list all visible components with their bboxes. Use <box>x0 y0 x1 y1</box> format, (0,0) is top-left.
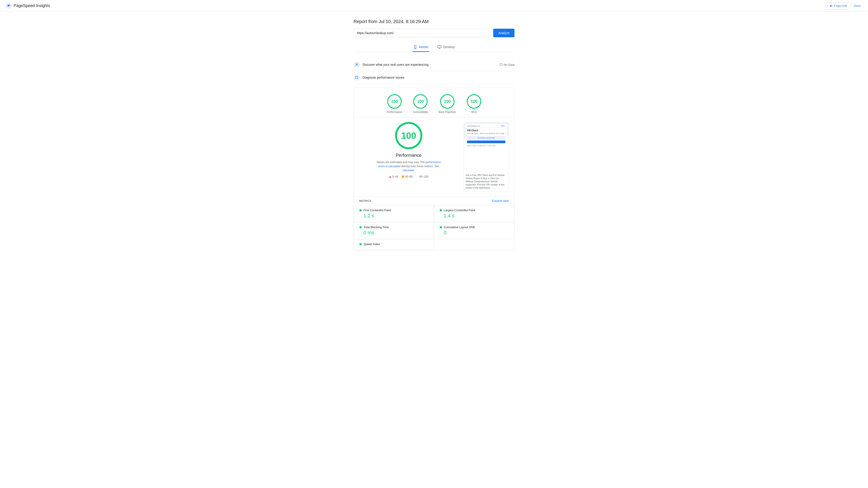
mobile-icon <box>413 45 417 49</box>
score-item-best-practices: 100 Best Practices <box>439 94 456 113</box>
score-circle-best-practices: 100 <box>440 94 455 109</box>
metric-tbt-dot <box>360 226 362 228</box>
tab-mobile[interactable]: Mobile <box>412 43 429 52</box>
score-circles: 100 Performance 100 Accessibility 100 Be… <box>354 88 514 117</box>
device-tabs: Mobile Desktop <box>353 43 515 52</box>
header-actions: Copy Link Docs <box>826 2 863 9</box>
real-users-section: Discover what your real users are experi… <box>353 58 515 71</box>
screenshot-card: autovinlookup.com Retry VIN Check Free V… <box>464 122 509 192</box>
fail-icon <box>389 176 391 178</box>
score-label-performance: Performance <box>387 110 402 113</box>
score-label-best-practices: Best Practices <box>439 110 456 113</box>
average-icon <box>402 175 404 178</box>
copy-link-button[interactable]: Copy Link <box>826 2 850 9</box>
report-title: Report from Jul 10, 2024, 8:16:29 AM <box>353 19 515 24</box>
big-score-circle: 100 <box>395 122 422 149</box>
desktop-icon <box>437 45 441 49</box>
svg-point-3 <box>415 48 415 48</box>
metric-si: Speed Index <box>354 239 434 250</box>
performance-title: Performance <box>396 153 422 158</box>
svg-point-5 <box>356 64 357 65</box>
docs-label: Docs <box>854 4 861 7</box>
mockup-button: Retry <box>500 125 505 127</box>
good-icon <box>416 175 418 178</box>
metric-fcp-name: First Contentful Paint <box>360 208 428 212</box>
mockup-title: VIN Check <box>467 129 505 132</box>
score-item-performance: 100 Performance <box>387 94 402 113</box>
expand-view-button[interactable]: Expand view <box>492 199 509 202</box>
score-circle-seo: 100 <box>467 94 481 109</box>
link-icon <box>829 4 833 8</box>
performance-right: autovinlookup.com Retry VIN Check Free V… <box>464 122 509 192</box>
score-circle-performance: 100 <box>387 94 402 109</box>
svg-point-1 <box>8 5 9 6</box>
performance-description: Values are estimated and may vary. The p… <box>375 160 442 172</box>
score-item-seo: 100 SEO <box>467 94 481 113</box>
mockup-header: autovinlookup.com Retry <box>466 124 507 128</box>
no-data-label: No Data <box>504 63 515 66</box>
metric-cls-name: Cumulative Layout Shift <box>440 225 508 229</box>
metric-lcp-name: Largest Contentful Paint <box>440 208 508 212</box>
no-data-badge: No Data <box>500 63 515 66</box>
metric-lcp-dot <box>440 209 442 212</box>
score-label-seo: SEO <box>471 110 477 113</box>
metric-cls: Cumulative Layout Shift 0 <box>434 222 514 239</box>
score-item-accessibility: 100 Accessibility <box>413 94 428 113</box>
main-content: Report from Jul 10, 2024, 8:16:29 AM Ana… <box>348 12 520 258</box>
url-input[interactable] <box>353 29 491 37</box>
score-circle-accessibility: 100 <box>413 94 428 109</box>
metric-fcp-dot <box>360 209 362 212</box>
url-bar: Analyze <box>353 29 515 37</box>
mockup-tabs: Window Sticker Sample Report License Pla… <box>467 145 505 147</box>
metric-tbt-name: Total Blocking Time <box>360 225 428 229</box>
analyze-button[interactable]: Analyze <box>493 29 515 37</box>
real-users-label: Discover what your real users are experi… <box>363 63 429 66</box>
svg-rect-4 <box>438 45 441 48</box>
tab-desktop-label: Desktop <box>443 45 455 49</box>
performance-area: 100 Performance Values are estimated and… <box>354 118 514 196</box>
mockup-subtitle: Free VIN Check - Search any Vehicle by V… <box>467 133 505 134</box>
legend-fail: 0–49 <box>389 175 398 178</box>
real-users-icon <box>353 61 360 68</box>
app-header: PageSpeed Insights Copy Link Docs <box>0 0 868 12</box>
copy-link-label: Copy Link <box>834 4 847 7</box>
legend-good: 90–100 <box>416 175 428 178</box>
metrics-grid: First Contentful Paint 1.2 s Largest Con… <box>354 205 514 250</box>
metric-cls-value: 0 <box>440 230 508 236</box>
metric-tbt-value: 0 ms <box>360 230 428 236</box>
metric-fcp-value: 1.2 s <box>360 213 428 219</box>
mockup-site-name: autovinlookup.com <box>467 125 480 127</box>
diagnose-label: Diagnose performance issues <box>363 76 404 79</box>
docs-button[interactable]: Docs <box>852 2 863 9</box>
score-legend: 0–49 50–89 90–100 <box>389 175 428 178</box>
mockup-tab-bar: By VIN By License Plate <box>467 136 505 140</box>
metric-fcp: First Contentful Paint 1.2 s <box>354 205 434 222</box>
logo: PageSpeed Insights <box>5 3 50 9</box>
info-icon <box>500 63 503 66</box>
metric-lcp-value: 1.4 s <box>440 213 508 219</box>
legend-average: 50–89 <box>402 175 412 178</box>
screenshot-mockup: autovinlookup.com Retry VIN Check Free V… <box>464 122 508 172</box>
logo-text: PageSpeed Insights <box>13 3 50 8</box>
metric-cls-dot <box>440 226 442 228</box>
score-label-accessibility: Accessibility <box>413 110 428 113</box>
svg-point-7 <box>355 76 358 78</box>
metric-lcp: Largest Contentful Paint 1.4 s <box>434 205 514 222</box>
tab-mobile-label: Mobile <box>419 45 428 49</box>
metric-tbt: Total Blocking Time 0 ms <box>354 222 434 239</box>
performance-left: 100 Performance Values are estimated and… <box>359 122 458 178</box>
metrics-header: METRICS Expand view <box>354 196 514 205</box>
mockup-body: VIN Check Free VIN Check - Search any Ve… <box>466 128 507 170</box>
metrics-label: METRICS <box>359 199 371 202</box>
pagespeed-logo-icon <box>5 3 12 9</box>
screenshot-caption: Get a Free VIN Check and Full Vehicle Hi… <box>464 172 508 191</box>
diagnose-icon <box>353 74 360 80</box>
diagnose-card: 100 Performance 100 Accessibility 100 Be… <box>353 88 515 250</box>
diagnose-section: Diagnose performance issues <box>353 71 515 84</box>
metric-si-name: Speed Index <box>360 242 428 246</box>
metric-si-dot <box>360 243 362 246</box>
mockup-search-btn <box>467 140 505 143</box>
tab-desktop[interactable]: Desktop <box>436 43 456 52</box>
